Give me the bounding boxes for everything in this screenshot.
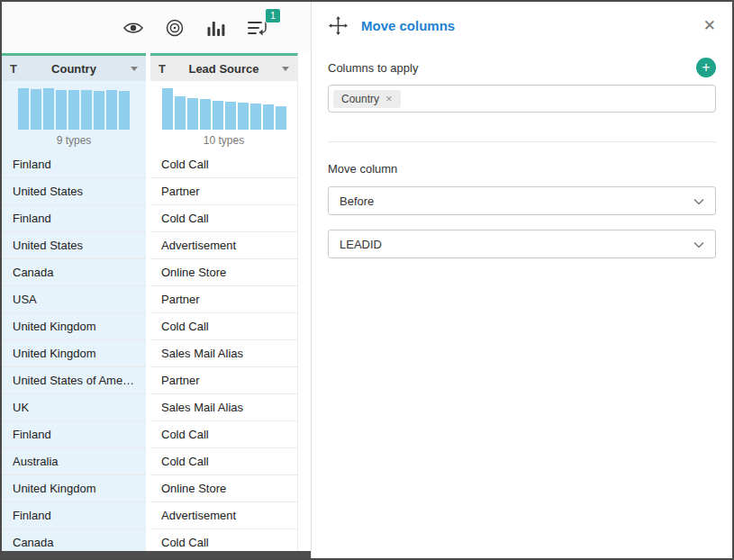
table-cell[interactable]: United Kingdom: [2, 340, 146, 367]
column-name: Country: [17, 62, 131, 76]
columns-to-apply-label: Columns to apply: [328, 61, 418, 75]
panel-body: Columns to apply + Country × Move column…: [312, 58, 732, 258]
histogram-bars: [2, 88, 146, 130]
histogram-bar: [213, 101, 223, 130]
table-cell[interactable]: Cold Call: [150, 205, 297, 232]
table-cell[interactable]: Online Store: [150, 259, 297, 286]
table-cell[interactable]: United States of Ame…: [2, 367, 146, 394]
table-cell[interactable]: Finland: [2, 151, 146, 178]
position-select[interactable]: Before: [328, 186, 716, 215]
table-cell[interactable]: Cold Call: [150, 421, 297, 448]
table-cell[interactable]: Sales Mail Alias: [150, 340, 297, 367]
histogram-bar: [175, 96, 186, 130]
table-cell[interactable]: United Kingdom: [2, 475, 146, 502]
table-cell[interactable]: Advertisement: [150, 232, 297, 259]
add-column-button[interactable]: +: [696, 58, 716, 77]
move-columns-panel: Move columns ✕ Columns to apply + Countr…: [311, 2, 732, 558]
table-cell[interactable]: Partner: [150, 178, 297, 205]
position-select-value: Before: [340, 194, 374, 208]
target-column-select-value: LEADID: [340, 238, 382, 251]
column-country: T Country 9 types FinlandUnited StatesFi…: [2, 53, 146, 556]
table-cell[interactable]: Cold Call: [150, 151, 297, 178]
table-cell[interactable]: UK: [2, 394, 146, 421]
applied-steps-icon[interactable]: 1: [246, 16, 269, 40]
types-count-label: 10 types: [150, 134, 297, 147]
chevron-down-icon: [693, 238, 704, 251]
chip-remove-icon[interactable]: ×: [385, 93, 393, 104]
chevron-down-icon: [693, 194, 704, 208]
table-cell[interactable]: USA: [2, 286, 146, 313]
histogram-bar: [56, 90, 67, 130]
table-cell[interactable]: Partner: [150, 286, 297, 313]
table-cell[interactable]: United Kingdom: [2, 313, 146, 340]
toolbar: 1: [2, 2, 311, 53]
table-cell[interactable]: Canada: [2, 259, 146, 286]
histogram-bar: [119, 91, 130, 130]
column-cells-lead-source: Cold CallPartnerCold CallAdvertisementOn…: [150, 151, 297, 556]
columns-chip-input[interactable]: Country ×: [328, 85, 716, 113]
column-dropdown-icon[interactable]: [282, 67, 289, 71]
signal-bars-icon[interactable]: [204, 16, 228, 40]
move-icon: [328, 15, 349, 36]
histogram-bar: [276, 106, 286, 130]
histogram-bars: [150, 88, 297, 130]
data-grid-section: 1 T Country 9 types FinlandUnited States…: [2, 2, 311, 558]
app-window: 1 T Country 9 types FinlandUnited States…: [0, 0, 734, 560]
column-cells-country: FinlandUnited StatesFinlandUnited States…: [2, 151, 146, 556]
table-cell[interactable]: Cold Call: [150, 448, 297, 475]
table-cell[interactable]: Finland: [2, 205, 146, 232]
table-cell[interactable]: United States: [2, 232, 146, 259]
horizontal-scrollbar[interactable]: [2, 551, 311, 558]
table-cell[interactable]: Cold Call: [150, 313, 297, 340]
table-cell[interactable]: Finland: [2, 421, 146, 448]
table-cell[interactable]: Advertisement: [150, 502, 297, 529]
histogram-bar: [68, 90, 79, 130]
column-dropdown-icon[interactable]: [131, 67, 138, 71]
histogram-bar: [43, 88, 54, 130]
table-cell[interactable]: Online Store: [150, 475, 297, 502]
steps-count-badge: 1: [265, 8, 281, 23]
histogram-bar: [94, 91, 104, 130]
text-type-icon: T: [159, 62, 166, 76]
histogram-bar: [162, 88, 173, 130]
histogram-lead-source: 10 types: [150, 81, 297, 151]
table-cell[interactable]: Partner: [150, 367, 297, 394]
table-cell[interactable]: Finland: [2, 502, 146, 529]
column-header-lead-source[interactable]: T Lead Source: [150, 56, 297, 81]
column-header-country[interactable]: T Country: [2, 56, 146, 81]
column-chip: Country ×: [333, 90, 401, 108]
data-grid: T Country 9 types FinlandUnited StatesFi…: [2, 53, 311, 556]
histogram-bar: [263, 104, 274, 130]
text-type-icon: T: [10, 62, 17, 76]
histogram-bar: [31, 89, 41, 130]
histogram-bar: [250, 104, 261, 130]
histogram-bar: [238, 103, 249, 130]
target-column-select[interactable]: LEADID: [328, 230, 716, 258]
column-chip-label: Country: [341, 93, 379, 105]
section-divider: [328, 141, 716, 142]
histogram-bar: [18, 88, 29, 130]
table-cell[interactable]: Sales Mail Alias: [150, 394, 297, 421]
histogram-bar: [81, 90, 92, 130]
panel-header: Move columns ✕: [312, 2, 732, 45]
panel-title: Move columns: [361, 18, 455, 33]
eye-icon[interactable]: [122, 16, 145, 40]
table-cell[interactable]: Australia: [2, 448, 146, 475]
target-icon[interactable]: [163, 16, 186, 40]
types-count-label: 9 types: [2, 134, 146, 147]
column-lead-source: T Lead Source 10 types Cold CallPartnerC…: [150, 53, 298, 556]
histogram-bar: [200, 99, 211, 130]
columns-to-apply-row: Columns to apply +: [328, 58, 716, 77]
close-icon[interactable]: ✕: [703, 18, 716, 33]
histogram-bar: [187, 98, 198, 130]
column-name: Lead Source: [166, 62, 282, 76]
table-cell[interactable]: United States: [2, 178, 146, 205]
histogram-country: 9 types: [2, 81, 146, 151]
histogram-bar: [106, 90, 117, 130]
histogram-bar: [225, 102, 236, 130]
move-column-label: Move column: [328, 162, 716, 176]
